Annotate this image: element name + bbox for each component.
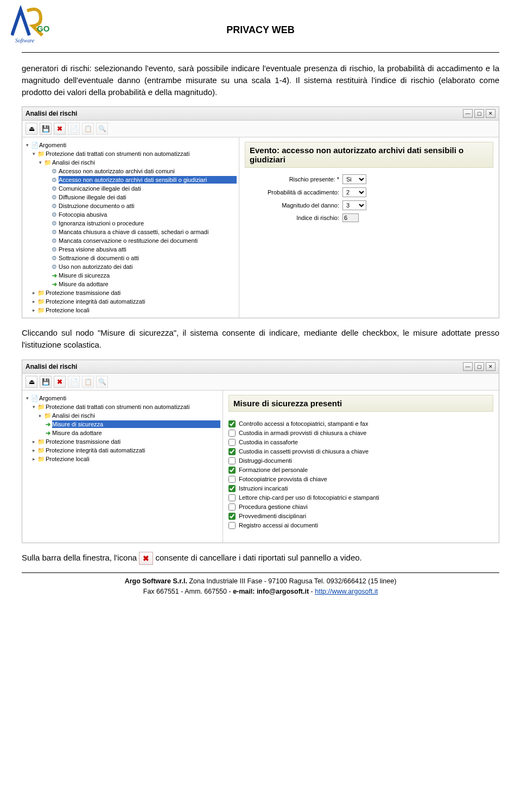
- tree-item[interactable]: ⚙Presa visione abusiva atti: [24, 245, 237, 254]
- toolbar: ⏏ 💾 ✖ 📄 📋 🔍: [22, 121, 499, 137]
- text-span: Sulla barra della finestra, l'icona: [22, 553, 139, 562]
- tree-item-misure-sicurezza[interactable]: ➔Misure di sicurezza: [24, 271, 237, 280]
- toolbar-search-icon[interactable]: 🔍: [96, 376, 108, 388]
- misura-checkbox[interactable]: [228, 467, 236, 474]
- tree-item-selected[interactable]: ➔Misure di sicurezza: [24, 420, 220, 429]
- check-row: Custodia in cassetti provvisti di chiusu…: [228, 447, 493, 456]
- misura-label: Registro accessi ai documenti: [239, 522, 318, 528]
- tree-node[interactable]: ▸📁Protezione locali: [24, 455, 220, 463]
- footer-company: Argo Software S.r.l.: [125, 577, 187, 585]
- misura-checkbox[interactable]: [228, 503, 236, 511]
- check-row: Istruzioni incaricati: [228, 484, 493, 493]
- misura-checkbox[interactable]: [228, 457, 236, 464]
- maximize-button[interactable]: ▢: [474, 362, 484, 371]
- tree-item[interactable]: ⚙Mancata chiusura a chiave di cassetti, …: [24, 228, 237, 236]
- tree-node[interactable]: ▸📁Protezione integrità dati automatizzat…: [24, 446, 220, 455]
- rischio-select[interactable]: Si: [342, 174, 366, 184]
- footer-fax: Fax 667551 - Amm. 667550 -: [143, 588, 233, 595]
- toolbar-copy-icon[interactable]: 📄: [68, 376, 80, 388]
- content-pane: Misure di sicurezza presenti Controllo a…: [223, 391, 499, 543]
- misura-label: Controllo accessi a fotocopiatrici, stam…: [239, 420, 368, 427]
- tree-item[interactable]: ⚙Mancata conservazione o restituzione de…: [24, 236, 237, 245]
- misura-checkbox[interactable]: [228, 522, 236, 529]
- toolbar-paste-icon[interactable]: 📋: [82, 376, 94, 388]
- misura-checkbox[interactable]: [228, 485, 236, 492]
- window-titlebar: Analisi dei rischi — ▢ ✕: [22, 107, 499, 121]
- tree-node[interactable]: ▸📁Protezione integrità dati automatizzat…: [24, 297, 237, 306]
- check-row: Procedura gestione chiavi: [228, 502, 493, 512]
- misura-label: Formazione del personale: [239, 467, 308, 473]
- tree-node[interactable]: ▸📁Analisi dei rischi: [24, 411, 220, 420]
- toolbar-paste-icon[interactable]: 📋: [82, 123, 94, 135]
- form-row-idx: Indice di rischio:: [245, 213, 493, 222]
- minimize-button[interactable]: —: [463, 362, 473, 371]
- misura-checkbox[interactable]: [228, 494, 236, 501]
- delete-inline-icon: ✖: [139, 552, 153, 565]
- event-heading: Evento: accesso non autorizzato archivi …: [245, 142, 493, 168]
- indice-input: [342, 213, 359, 222]
- misura-checkbox[interactable]: [228, 420, 236, 427]
- tree-item[interactable]: ⚙Diffusione illegale dei dati: [24, 193, 237, 202]
- divider: [22, 572, 499, 573]
- paragraph-2: Cliccando sul nodo "Misure di sicurezza"…: [22, 327, 499, 351]
- toolbar-copy-icon[interactable]: 📄: [68, 123, 80, 135]
- tree-item[interactable]: ⚙Fotocopia abusiva: [24, 210, 237, 219]
- mag-select[interactable]: 3: [342, 200, 366, 210]
- page-footer: Argo Software S.r.l. Zona Industriale II…: [22, 572, 499, 597]
- check-row: Fotocopiatrice provvista di chiave: [228, 475, 493, 484]
- toolbar-exit-icon[interactable]: ⏏: [26, 376, 37, 388]
- tree-item-misure-adottare[interactable]: ➔Misure da adottare: [24, 280, 237, 288]
- form-label: Rischio presente: *: [245, 176, 342, 182]
- misura-checkbox[interactable]: [228, 448, 236, 455]
- maximize-button[interactable]: ▢: [474, 109, 484, 118]
- tree-node[interactable]: ▸📁Protezione trasmissione dati: [24, 288, 237, 297]
- tree-item[interactable]: ⚙Accesso non autorizzato archivi dati co…: [24, 167, 237, 175]
- tree-node[interactable]: ▾📁Protezione dati trattati con strumenti…: [24, 149, 237, 158]
- tree-node[interactable]: ▾📁Protezione dati trattati con strumenti…: [24, 402, 220, 411]
- misura-label: Provvedimenti disciplinari: [239, 513, 306, 519]
- form-label: Magnitudo del danno:: [245, 202, 342, 209]
- minimize-button[interactable]: —: [463, 109, 473, 118]
- misura-checkbox[interactable]: [228, 439, 236, 446]
- toolbar-save-icon[interactable]: 💾: [40, 123, 52, 135]
- tree-item[interactable]: ⚙Ignoranza istruzioni o procedure: [24, 219, 237, 228]
- page-title: PRIVACY WEB: [22, 11, 499, 36]
- tree-panel: ▾📄Argomenti ▾📁Protezione dati trattati c…: [22, 137, 239, 318]
- tree-item[interactable]: ⚙Sottrazione di documenti o atti: [24, 254, 237, 262]
- form-row-mag: Magnitudo del danno: 3: [245, 200, 493, 210]
- footer-link[interactable]: http://www.argosoft.it: [315, 588, 378, 595]
- prob-select[interactable]: 2: [342, 187, 366, 197]
- window-analisi-rischi-evento: Analisi dei rischi — ▢ ✕ ⏏ 💾 ✖ 📄 📋 🔍 ▾📄A…: [22, 106, 499, 318]
- toolbar-save-icon[interactable]: 💾: [40, 376, 52, 388]
- checkbox-list: Controllo accessi a fotocopiatrici, stam…: [228, 418, 493, 531]
- misura-checkbox[interactable]: [228, 476, 236, 483]
- close-button[interactable]: ✕: [486, 362, 495, 371]
- toolbar: ⏏ 💾 ✖ 📄 📋 🔍: [22, 374, 499, 391]
- close-button[interactable]: ✕: [486, 109, 495, 118]
- tree-item[interactable]: ⚙Distruzione documento o atti: [24, 202, 237, 210]
- tree-node[interactable]: ▾📁Analisi dei rischi: [24, 158, 237, 167]
- tree-node[interactable]: ▸📁Protezione trasmissione dati: [24, 437, 220, 446]
- misura-checkbox[interactable]: [228, 430, 236, 437]
- tree-item[interactable]: ⚙Comunicazione illegale dei dati: [24, 184, 237, 193]
- misura-label: Custodia in cassaforte: [239, 439, 298, 445]
- check-row: Registro accessi ai documenti: [228, 521, 493, 530]
- tree-item[interactable]: ➔Misure da adottare: [24, 429, 220, 437]
- check-row: Formazione del personale: [228, 465, 493, 475]
- tree-item[interactable]: ⚙Uso non autorizzato dei dati: [24, 262, 237, 271]
- tree-item-selected[interactable]: ⚙Accesso non autorizzato archivi dati se…: [24, 175, 237, 184]
- toolbar-delete-icon[interactable]: ✖: [54, 123, 66, 135]
- misura-checkbox[interactable]: [228, 513, 236, 520]
- toolbar-search-icon[interactable]: 🔍: [96, 123, 108, 135]
- toolbar-exit-icon[interactable]: ⏏: [26, 123, 37, 135]
- misura-label: Fotocopiatrice provvista di chiave: [239, 476, 327, 482]
- misura-label: Istruzioni incaricati: [239, 485, 288, 492]
- tree-root[interactable]: ▾📄Argomenti: [24, 141, 237, 149]
- toolbar-delete-icon[interactable]: ✖: [54, 376, 66, 388]
- footer-address: Zona Industriale III Fase - 97100 Ragusa…: [187, 577, 396, 585]
- tree-root[interactable]: ▾📄Argomenti: [24, 394, 220, 402]
- tree-node[interactable]: ▸📁Protezione locali: [24, 306, 237, 314]
- misura-label: Procedura gestione chiavi: [239, 503, 308, 510]
- svg-text:GO: GO: [37, 24, 50, 33]
- check-row: Lettore chip-card per uso di fotocopiatr…: [228, 493, 493, 502]
